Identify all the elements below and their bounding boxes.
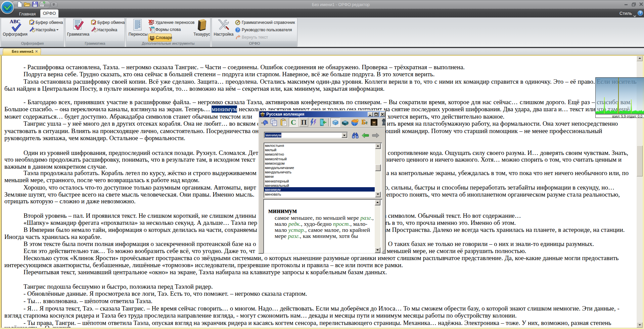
svg-text:?: ? — [237, 28, 239, 32]
